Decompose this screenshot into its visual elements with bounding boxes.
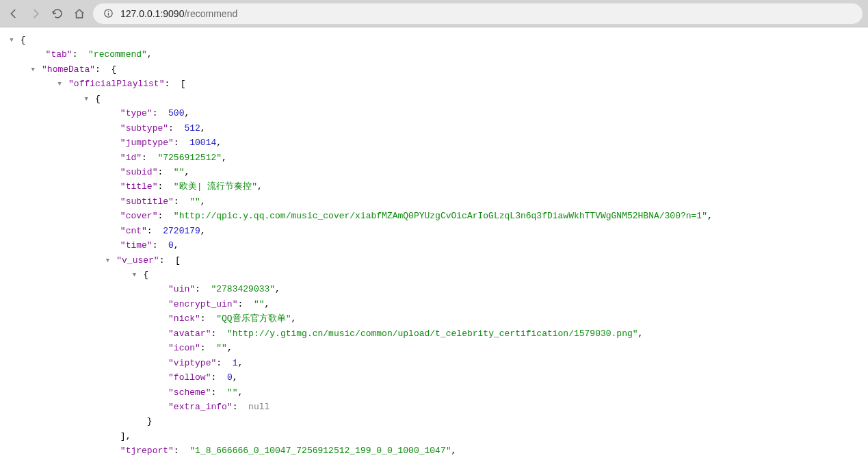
json-key: "avatar" bbox=[168, 329, 211, 339]
reload-icon bbox=[51, 8, 64, 20]
json-value: "" bbox=[254, 299, 265, 309]
json-key: "tjreport" bbox=[120, 446, 174, 456]
json-key: "cnt" bbox=[120, 226, 147, 236]
arrow-right-icon bbox=[29, 8, 42, 20]
url-text: 127.0.0.1:9090/recommend bbox=[120, 8, 237, 19]
collapse-toggle[interactable]: ▼ bbox=[8, 36, 15, 46]
json-key: "encrypt_uin" bbox=[168, 299, 237, 309]
reload-button[interactable] bbox=[49, 5, 66, 22]
svg-point-2 bbox=[107, 11, 109, 12]
json-value: "" bbox=[189, 196, 200, 207]
json-key: "follow" bbox=[168, 372, 211, 383]
json-value: "http://qpic.y.qq.com/music_cover/xiabfM… bbox=[174, 211, 707, 221]
collapse-toggle[interactable]: ▼ bbox=[131, 270, 137, 281]
json-value: "recommend" bbox=[88, 49, 147, 60]
json-key: "jumptype" bbox=[120, 138, 174, 148]
json-value: "7256912512" bbox=[157, 153, 222, 163]
json-value: 10014 bbox=[189, 138, 216, 148]
json-viewer: ▼ { "tab": "recommend", ▼ "homeData": { … bbox=[0, 27, 868, 475]
json-value: 500 bbox=[168, 108, 184, 118]
json-key: "cover" bbox=[120, 211, 158, 221]
json-value: "" bbox=[174, 167, 185, 177]
back-button[interactable] bbox=[5, 5, 22, 22]
json-value: "QQ音乐官方歌单" bbox=[216, 313, 291, 324]
json-key: "uin" bbox=[168, 284, 195, 294]
json-key: "officialPlaylist" bbox=[68, 79, 164, 89]
json-key: "tab" bbox=[46, 49, 73, 60]
collapse-toggle[interactable]: ▼ bbox=[29, 65, 36, 75]
json-value: 2720179 bbox=[163, 226, 200, 236]
collapse-toggle[interactable]: ▼ bbox=[83, 94, 90, 105]
home-button[interactable] bbox=[71, 5, 88, 22]
browser-toolbar: 127.0.0.1:9090/recommend bbox=[0, 0, 868, 27]
collapse-toggle[interactable]: ▼ bbox=[56, 79, 63, 90]
json-value: 0 bbox=[227, 372, 233, 383]
forward-button[interactable] bbox=[27, 5, 44, 22]
json-value: "" bbox=[227, 387, 238, 398]
url-path: /recommend bbox=[184, 8, 237, 19]
json-key: "nick" bbox=[168, 313, 200, 324]
home-icon bbox=[73, 8, 86, 20]
json-value: 0 bbox=[168, 240, 174, 251]
json-value: 512 bbox=[184, 123, 200, 133]
json-key: "title" bbox=[120, 181, 158, 192]
json-key: "extra_info" bbox=[168, 402, 233, 412]
json-value: "2783429033" bbox=[211, 284, 275, 294]
json-value: "http://y.gtimg.cn/music/common/upload/t… bbox=[227, 329, 638, 339]
json-key: "v_user" bbox=[116, 255, 159, 266]
json-key: "subid" bbox=[120, 167, 158, 177]
collapse-toggle[interactable]: ▼ bbox=[104, 256, 111, 266]
url-host: 127.0.0.1:9090 bbox=[120, 8, 184, 19]
arrow-left-icon bbox=[8, 8, 20, 20]
json-key: "homeData" bbox=[42, 64, 95, 75]
json-value: "" bbox=[216, 343, 227, 353]
json-key: "type" bbox=[120, 108, 153, 118]
json-key: "id" bbox=[120, 153, 142, 163]
json-key: "subtitle" bbox=[120, 196, 174, 207]
url-bar[interactable]: 127.0.0.1:9090/recommend bbox=[93, 3, 863, 24]
json-key: "scheme" bbox=[168, 387, 211, 398]
json-value: "欧美| 流行节奏控" bbox=[174, 181, 257, 192]
json-key: "time" bbox=[120, 240, 153, 251]
json-key: "icon" bbox=[168, 343, 200, 353]
json-key: "subtype" bbox=[120, 123, 168, 133]
info-icon bbox=[103, 8, 114, 19]
json-key: "viptype" bbox=[168, 358, 216, 368]
json-value: null bbox=[248, 402, 269, 412]
json-value: "1_8_666666_0_10047_7256912512_199_0_0_1… bbox=[189, 446, 451, 456]
